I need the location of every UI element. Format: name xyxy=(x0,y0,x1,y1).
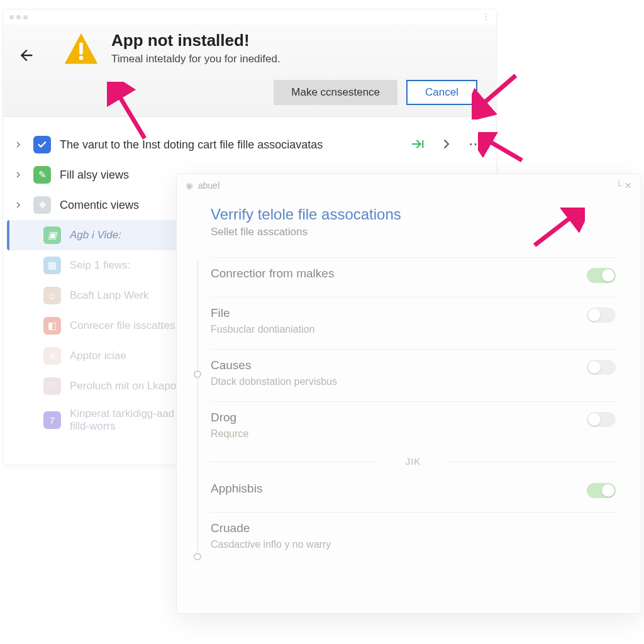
setting-row: Conrectior from malkes xyxy=(211,257,616,297)
dialog-subheading: Sellet file asscations xyxy=(211,226,616,238)
chevron-right-icon[interactable] xyxy=(14,141,25,148)
setting-title: Apphisbis xyxy=(211,482,262,496)
make-button[interactable]: Make ccnsestence xyxy=(274,80,397,105)
tab-icon: ◉ xyxy=(186,180,193,191)
step-dot-icon xyxy=(194,553,201,560)
puzzle-icon: ❖ xyxy=(33,196,51,214)
dialog-tab-label: abuel xyxy=(198,180,219,191)
list-item-label: The varut to the Inst doting cart file f… xyxy=(60,138,323,152)
dialog-heading: Verrify telole file assocations xyxy=(211,206,616,223)
more-icon[interactable]: ⋯ xyxy=(467,136,484,152)
list-item-label: Peroluch mit on Lkapo xyxy=(70,380,176,392)
alert-subtitle: Timeal intetaldy for you for inedifed. xyxy=(111,53,280,65)
setting-title: Cruade xyxy=(211,521,331,535)
chevron-right-icon[interactable] xyxy=(438,136,455,152)
checkbox-icon[interactable] xyxy=(33,136,51,153)
settings-list: Conrectior from malkes File Fusbuclar do… xyxy=(211,257,616,564)
minimize-icon[interactable]: └ xyxy=(616,180,622,191)
chevron-right-icon[interactable] xyxy=(14,201,25,209)
toggle[interactable] xyxy=(587,483,616,498)
setting-title: Causes xyxy=(211,358,337,372)
link-icon: ◧ xyxy=(43,317,61,335)
setting-row: File Fusbuclar dontianiation xyxy=(211,297,616,349)
toggle[interactable] xyxy=(587,268,616,283)
share-icon[interactable] xyxy=(409,136,426,152)
setting-row: Cruade Casdactive inflo y no warry xyxy=(211,512,616,564)
user-icon: ☺ xyxy=(43,287,61,304)
setting-row: Drog Requrce xyxy=(211,401,616,453)
menu-icon[interactable]: ⋮ xyxy=(482,13,490,21)
setting-desc: Requrce xyxy=(211,428,248,440)
settings-dialog: ◉ abuel └ ✕ Verrify telole file assocati… xyxy=(176,174,641,614)
setting-title: Drog xyxy=(211,411,248,425)
setting-row: Causes Dtack dobnstation pervisbus xyxy=(211,349,616,401)
video-icon: ▣ xyxy=(43,226,61,244)
back-button[interactable] xyxy=(16,45,37,66)
list-item-label: Seip 1 fiews: xyxy=(70,259,130,272)
setting-title: File xyxy=(211,306,314,320)
chevron-right-icon[interactable] xyxy=(14,171,25,179)
setting-desc: Dtack dobnstation pervisbus xyxy=(211,376,337,387)
toggle[interactable] xyxy=(587,412,616,427)
list-item-label: Agb i Vide: xyxy=(70,229,121,242)
alert-title: App not installed! xyxy=(111,31,280,50)
list-item-label: Fill alsy views xyxy=(60,169,129,182)
window-dots xyxy=(9,13,30,21)
window-titlebar: 0:0 9 ⋮ xyxy=(3,9,496,25)
toggle[interactable] xyxy=(587,360,616,375)
setting-title: Conrectior from malkes xyxy=(211,267,334,280)
svg-point-1 xyxy=(79,56,84,60)
number-icon: 7 xyxy=(43,411,61,429)
close-icon[interactable]: ✕ xyxy=(625,180,632,191)
dialog-titlebar: ◉ abuel └ ✕ xyxy=(177,174,641,197)
list-item-label: Apptor iciae xyxy=(70,350,126,362)
step-dot-icon xyxy=(194,370,201,378)
list-item-label: Conrecer file isscattes xyxy=(70,319,175,332)
list-item-label: Comentic views xyxy=(60,199,139,212)
tools-icon: ✕ xyxy=(43,347,61,365)
grid-icon: ▦ xyxy=(43,257,61,274)
warning-icon xyxy=(62,31,100,69)
shield-icon: ♡ xyxy=(43,377,61,395)
toggle[interactable] xyxy=(587,308,616,323)
edit-icon: ✎ xyxy=(33,166,51,184)
setting-desc: Fusbuclar dontianiation xyxy=(211,324,314,335)
section-divider: JIK xyxy=(211,456,616,467)
list-item-label: Bcaft Lanp Werk xyxy=(70,289,148,302)
svg-rect-0 xyxy=(79,43,83,55)
cancel-button[interactable]: Cancel xyxy=(406,80,477,105)
setting-row: Apphisbis xyxy=(211,473,616,512)
alert-panel: App not installed! Timeal intetaldy for … xyxy=(3,25,496,117)
setting-desc: Casdactive inflo y no warry xyxy=(211,539,331,550)
